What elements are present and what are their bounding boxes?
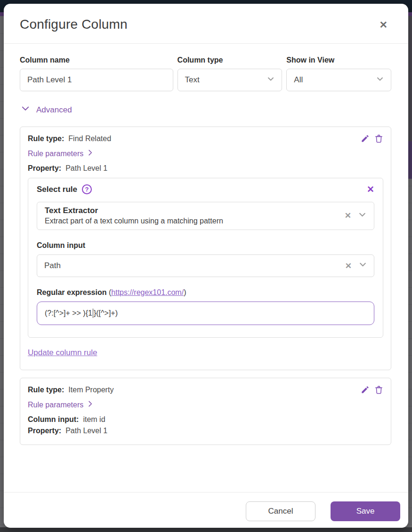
close-icon[interactable]: ✕ — [379, 20, 388, 30]
chevron-down-icon — [21, 104, 30, 115]
backdrop-bottom-bar — [0, 527, 412, 532]
select-rule-title: Select rule — [37, 185, 77, 194]
save-button[interactable]: Save — [331, 501, 400, 521]
selected-rule-description: Extract part of a text column using a ma… — [45, 217, 223, 225]
clear-icon[interactable]: ✕ — [345, 212, 351, 220]
column-type-value: Text — [185, 75, 200, 85]
delete-trash-icon[interactable] — [374, 385, 383, 394]
column-type-field: Column type Text — [178, 56, 283, 91]
column-input-row: Column input: item id — [28, 415, 383, 424]
rule-card-item-property: Rule type: Item Property Rule parameters — [20, 378, 391, 445]
regex-value-after-caret: }([^>]+) — [94, 309, 118, 318]
rule-type-row: Rule type: Find Related — [28, 134, 383, 143]
property-row: Property: Path Level 1 — [28, 427, 383, 435]
property-label: Property: — [28, 427, 61, 435]
select-rule-header: Select rule ? ✕ — [37, 184, 374, 194]
property-value: Path Level 1 — [65, 427, 107, 435]
column-name-field: Column name — [20, 56, 173, 91]
column-input-value: Path — [44, 261, 61, 270]
property-label: Property: — [28, 164, 61, 173]
column-type-label: Column type — [178, 56, 283, 64]
column-input-select[interactable]: Path ✕ — [37, 254, 374, 277]
rule-type-label: Rule type: — [28, 135, 64, 143]
chevron-down-icon — [376, 75, 384, 85]
rule-type-label: Rule type: — [28, 386, 64, 394]
top-fields-row: Column name Column type Text Show in Vie… — [20, 56, 391, 91]
regex101-link[interactable]: https://regex101.com/ — [111, 288, 184, 296]
help-icon[interactable]: ? — [82, 184, 92, 194]
chevron-down-icon — [359, 261, 367, 271]
regex-value-before-caret: (?:[^>]+ >> ){1 — [45, 309, 92, 318]
regex-link-suffix: ) — [184, 288, 186, 296]
regex-label: Regular expression (https://regex101.com… — [37, 288, 374, 297]
rule-actions — [361, 134, 383, 143]
rule-type-value: Item Property — [68, 386, 113, 394]
column-input-label: Column input: — [28, 415, 79, 424]
rule-parameters-label: Rule parameters — [28, 401, 83, 409]
chevron-down-icon — [267, 75, 275, 85]
rule-type-dropdown[interactable]: Text Extractor Extract part of a text co… — [37, 202, 374, 230]
regex-label-text: Regular expression — [37, 288, 107, 296]
rule-type-row: Rule type: Item Property — [28, 385, 383, 394]
show-in-view-field: Show in View All — [286, 56, 391, 91]
modal-header: Configure Column ✕ — [4, 4, 408, 44]
edit-pencil-icon[interactable] — [361, 134, 370, 143]
column-name-input[interactable] — [20, 69, 173, 91]
column-type-select[interactable]: Text — [178, 69, 283, 91]
column-input-value: item id — [83, 415, 105, 424]
column-name-label: Column name — [20, 56, 173, 64]
text-caret — [93, 309, 93, 318]
modal-title: Configure Column — [20, 17, 128, 32]
backdrop-right-purple-strip — [408, 141, 412, 179]
show-in-view-value: All — [294, 75, 303, 85]
configure-column-modal: Configure Column ✕ Column name Column ty… — [4, 4, 408, 528]
delete-trash-icon[interactable] — [374, 134, 383, 143]
chevron-right-icon — [87, 400, 94, 409]
selected-rule-name: Text Extractor — [45, 206, 223, 215]
edit-pencil-icon[interactable] — [361, 385, 370, 394]
dropdown-controls: ✕ — [345, 211, 366, 221]
rule-parameters-link[interactable]: Rule parameters — [28, 400, 94, 409]
rule-type-value: Find Related — [68, 135, 111, 143]
regex-input[interactable]: (?:[^>]+ >> ){1}([^>]+) — [37, 302, 374, 325]
show-in-view-select[interactable]: All — [286, 69, 391, 91]
select-rule-panel: Select rule ? ✕ Text Extractor Extract p… — [28, 178, 383, 338]
panel-close-icon[interactable]: ✕ — [367, 185, 374, 194]
update-column-rule-link[interactable]: Update column rule — [28, 348, 97, 357]
rule-parameters-label: Rule parameters — [28, 150, 83, 158]
cancel-button[interactable]: Cancel — [246, 501, 315, 521]
chevron-down-icon — [358, 211, 366, 221]
clear-icon[interactable]: ✕ — [345, 262, 352, 270]
rule-parameters-link[interactable]: Rule parameters — [28, 149, 94, 158]
modal-footer: Cancel Save — [4, 492, 408, 528]
property-row: Property: Path Level 1 — [28, 164, 383, 173]
advanced-toggle[interactable]: Advanced — [20, 104, 391, 115]
rule-card-find-related: Rule type: Find Related Rule parameters — [20, 127, 391, 370]
property-value: Path Level 1 — [65, 164, 107, 173]
chevron-right-icon — [87, 149, 94, 158]
backdrop-right-strip — [408, 16, 412, 141]
rule-actions — [361, 385, 383, 394]
rule-type-dropdown-text: Text Extractor Extract part of a text co… — [45, 206, 223, 225]
dropdown-controls: ✕ — [345, 261, 367, 271]
modal-body: Column name Column type Text Show in Vie… — [4, 44, 408, 492]
column-input-label: Column input — [37, 241, 374, 250]
show-in-view-label: Show in View — [286, 56, 391, 64]
advanced-label: Advanced — [36, 105, 72, 115]
